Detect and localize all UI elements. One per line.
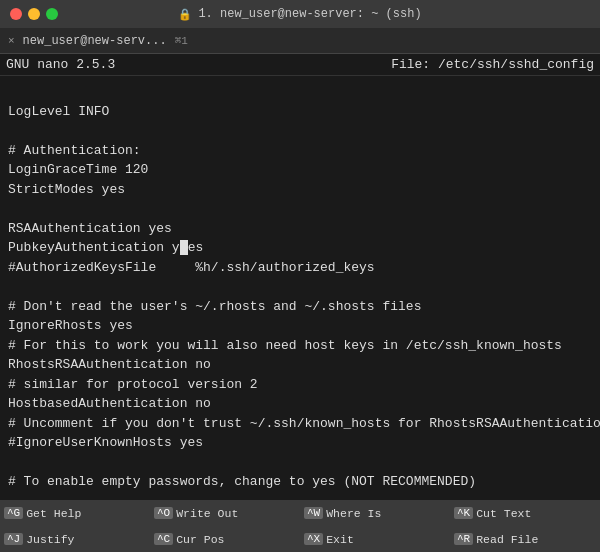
tab-close-icon[interactable]: × [8, 35, 15, 47]
cmd-key: ^W [304, 507, 323, 519]
cmd-key: ^J [4, 533, 23, 545]
nano-cmd-where-is[interactable]: ^WWhere Is [300, 500, 450, 526]
cmd-key: ^C [154, 533, 173, 545]
close-button[interactable] [10, 8, 22, 20]
nano-filename: File: /etc/ssh/sshd_config [391, 57, 594, 72]
cmd-label: Where Is [326, 507, 381, 520]
window-title-text: 1. new_user@new-server: ~ (ssh) [198, 7, 421, 21]
cmd-key: ^G [4, 507, 23, 519]
nano-cmd-justify[interactable]: ^JJustify [0, 526, 150, 552]
nano-header: GNU nano 2.5.3 File: /etc/ssh/sshd_confi… [0, 54, 600, 76]
maximize-button[interactable] [46, 8, 58, 20]
cmd-key: ^X [304, 533, 323, 545]
cmd-key: ^K [454, 507, 473, 519]
cmd-key: ^R [454, 533, 473, 545]
nano-cmd-exit[interactable]: ^XExit [300, 526, 450, 552]
tab-label[interactable]: new_user@new-serv... [23, 34, 167, 48]
nano-cmd-write-out[interactable]: ^OWrite Out [150, 500, 300, 526]
cmd-label: Justify [26, 533, 74, 546]
text-cursor [180, 240, 188, 255]
cmd-label: Cur Pos [176, 533, 224, 546]
nano-cmd-cur-pos[interactable]: ^CCur Pos [150, 526, 300, 552]
tab-cmd-shortcut: ⌘1 [175, 34, 188, 47]
nano-version: GNU nano 2.5.3 [6, 57, 115, 72]
nano-cmd-get-help[interactable]: ^GGet Help [0, 500, 150, 526]
minimize-button[interactable] [28, 8, 40, 20]
cmd-label: Get Help [26, 507, 81, 520]
cmd-label: Cut Text [476, 507, 531, 520]
bottom-bar: ^GGet Help^OWrite Out^WWhere Is^KCut Tex… [0, 500, 600, 552]
title-bar: 🔒 1. new_user@new-server: ~ (ssh) [0, 0, 600, 28]
lock-icon: 🔒 [178, 8, 192, 21]
traffic-lights [10, 8, 58, 20]
tab-bar: × new_user@new-serv... ⌘1 [0, 28, 600, 54]
editor-content: LogLevel INFO # Authentication: LoginGra… [8, 82, 592, 492]
cmd-label: Write Out [176, 507, 238, 520]
window-title: 🔒 1. new_user@new-server: ~ (ssh) [178, 7, 421, 21]
cmd-key: ^O [154, 507, 173, 519]
nano-cmd-cut-text[interactable]: ^KCut Text [450, 500, 600, 526]
nano-cmd-read-file[interactable]: ^RRead File [450, 526, 600, 552]
cmd-label: Read File [476, 533, 538, 546]
cmd-label: Exit [326, 533, 354, 546]
editor-area[interactable]: LogLevel INFO # Authentication: LoginGra… [0, 76, 600, 500]
